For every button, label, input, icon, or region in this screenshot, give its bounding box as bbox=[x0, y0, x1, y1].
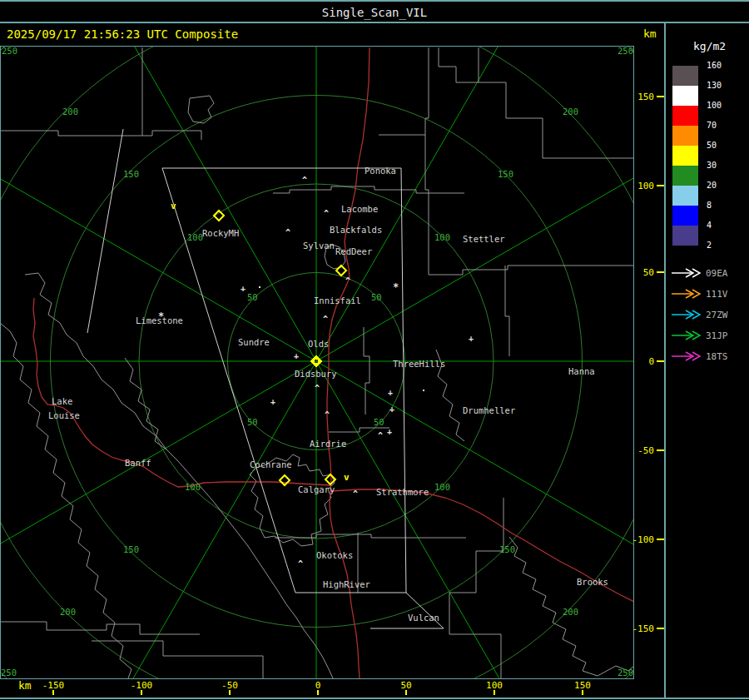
town-caret: ^ bbox=[302, 176, 307, 185]
ring-distance-label: 200 bbox=[563, 607, 578, 617]
town-plus: + bbox=[389, 405, 394, 414]
city-label: RockyMH bbox=[202, 228, 239, 238]
ring-distance-label: 250 bbox=[618, 47, 633, 56]
city-label: Calgary bbox=[298, 484, 335, 494]
county-boundary bbox=[425, 47, 429, 275]
right-axis-tick bbox=[657, 185, 664, 186]
bottom-axis-tick bbox=[52, 690, 54, 695]
county-boundary bbox=[125, 358, 166, 449]
radial-line-240 bbox=[1, 361, 316, 607]
city-label: ThreeHills bbox=[393, 359, 445, 369]
right-axis-tick bbox=[657, 271, 664, 273]
city-label: Airdrie bbox=[310, 439, 346, 449]
bottom-axis-tick bbox=[405, 690, 407, 695]
bottom-border bbox=[0, 698, 749, 699]
town-plus: + bbox=[241, 284, 246, 293]
city-label: Cochrane bbox=[250, 459, 292, 469]
title-bar: Single_Scan_VIL bbox=[0, 0, 749, 23]
right-axis-tick bbox=[657, 96, 664, 97]
city-label: HighRiver bbox=[323, 579, 370, 589]
county-boundary bbox=[449, 498, 503, 593]
radar-id-label: 111V bbox=[706, 289, 742, 300]
town-caret: ^ bbox=[324, 209, 329, 218]
ring-distance-label: 250 bbox=[618, 668, 633, 678]
radar-id-label: 09EA bbox=[706, 268, 742, 279]
radar-id-label: 27ZW bbox=[706, 310, 742, 320]
radar-arrow-icon bbox=[671, 310, 702, 320]
map-frame: 5050505010010010010015015015015020020020… bbox=[0, 46, 634, 679]
scan-boundary bbox=[87, 129, 123, 333]
legend-scale-value: 70 bbox=[707, 121, 740, 130]
town-caret: ^ bbox=[345, 276, 350, 285]
ring-distance-label: 200 bbox=[563, 107, 578, 117]
right-axis-tick bbox=[657, 449, 664, 451]
county-boundary bbox=[505, 266, 509, 356]
right-axis-tick-label: -50 bbox=[626, 445, 654, 456]
legend-scale-value: 8 bbox=[707, 201, 740, 210]
legend-scale-value: 2 bbox=[707, 241, 740, 250]
right-axis-tick bbox=[657, 539, 664, 540]
city-label: Strathmore bbox=[376, 487, 429, 497]
town-caret: ^ bbox=[315, 384, 320, 393]
legend-scale-value: 160 bbox=[707, 61, 740, 70]
radar-arrow-icon bbox=[671, 268, 702, 278]
legend-swatch bbox=[672, 66, 698, 86]
town-plus: + bbox=[294, 351, 299, 360]
ring-distance-label: 100 bbox=[434, 482, 450, 492]
legend-panel: kg/m2 16013010070503020842 09EA111V27ZW3… bbox=[666, 23, 749, 693]
legend-scale-value: 4 bbox=[707, 221, 740, 230]
town-caret: ^ bbox=[323, 315, 328, 324]
town-caret: ^ bbox=[325, 410, 330, 420]
legend-scale-value: 30 bbox=[707, 161, 740, 170]
county-boundary bbox=[1, 323, 131, 678]
radar-arrow-icon bbox=[671, 330, 702, 340]
window-title: Single_Scan_VIL bbox=[0, 6, 749, 19]
right-axis-tick-label: 100 bbox=[626, 181, 654, 191]
county-boundary bbox=[188, 96, 214, 123]
right-axis-tick-label: 50 bbox=[626, 267, 654, 278]
map-canvas[interactable]: 5050505010010010010015015015015020020020… bbox=[1, 47, 633, 678]
right-axis-unit: km bbox=[643, 27, 657, 40]
legend-swatch bbox=[672, 86, 698, 106]
legend-scale-value: 100 bbox=[707, 101, 740, 110]
radar-viewer-window: Single_Scan_VIL 2025/09/17 21:56:23 UTC … bbox=[0, 0, 749, 700]
right-axis-tick-label: 0 bbox=[626, 356, 654, 367]
city-label: Innisfail bbox=[314, 295, 361, 305]
legend-scale-value: 130 bbox=[707, 81, 740, 90]
town-plus: + bbox=[469, 334, 474, 343]
county-boundary bbox=[479, 82, 633, 158]
ring-distance-label: 100 bbox=[187, 232, 203, 242]
county-boundary bbox=[439, 47, 479, 82]
city-label: Okotoks bbox=[316, 550, 353, 560]
ring-distance-label: 200 bbox=[60, 607, 76, 617]
city-label: Sundre bbox=[238, 337, 270, 347]
legend-swatch bbox=[672, 106, 698, 126]
radar-arrow-icon bbox=[671, 289, 702, 299]
ring-distance-label: 150 bbox=[499, 544, 515, 554]
city-label: Limestone bbox=[136, 315, 183, 325]
right-axis-tick-label: -100 bbox=[626, 534, 654, 545]
city-label: Olds bbox=[308, 339, 329, 349]
radial-line-150 bbox=[316, 361, 562, 678]
ring-distance-label: 200 bbox=[62, 107, 78, 117]
town-dot bbox=[259, 286, 260, 288]
bottom-axis-unit: km bbox=[18, 679, 32, 692]
town-plus: + bbox=[388, 388, 393, 397]
city-label: Louise bbox=[48, 410, 80, 420]
radial-line-210 bbox=[71, 361, 316, 678]
city-label: Hanna bbox=[568, 366, 595, 376]
legend-swatch bbox=[672, 166, 698, 186]
right-axis-tick-label: -150 bbox=[626, 623, 654, 634]
ring-distance-label: 250 bbox=[2, 47, 17, 56]
ring-distance-label: 50 bbox=[247, 417, 258, 427]
site-vee: v bbox=[171, 201, 176, 211]
legend-scale-value: 50 bbox=[707, 141, 740, 150]
ring-distance-label: 150 bbox=[498, 169, 513, 179]
ring-distance-label: 50 bbox=[247, 292, 258, 302]
radar-arrow-icon bbox=[671, 351, 702, 361]
city-label: RedDeer bbox=[335, 246, 372, 256]
right-axis-tick bbox=[657, 360, 664, 362]
city-label: Banff bbox=[125, 458, 151, 468]
bottom-axis-tick bbox=[582, 690, 583, 695]
ring-distance-label: 100 bbox=[434, 232, 450, 242]
